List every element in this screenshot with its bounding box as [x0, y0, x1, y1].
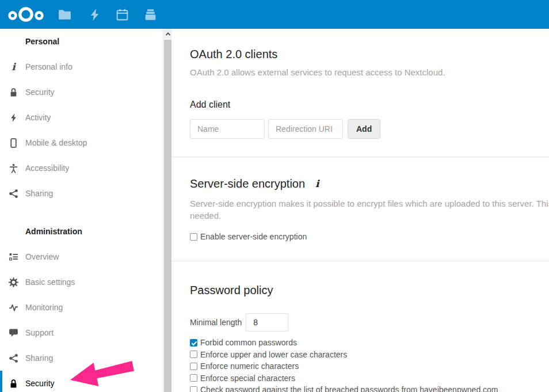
oauth-section: OAuth 2.0 clients OAuth 2.0 allows exter…	[190, 46, 549, 139]
sidebar-item-label: Sharing	[0, 353, 53, 363]
pulse-icon	[9, 303, 18, 313]
encryption-description: Server-side encryption makes it possible…	[190, 197, 549, 222]
sidebar-item-personal-info[interactable]: i Personal info	[0, 54, 163, 79]
info-icon[interactable]: i	[315, 178, 319, 189]
settings-sidebar: Personal i Personal info Security Activi…	[0, 29, 163, 392]
add-client-heading: Add client	[190, 99, 549, 111]
password-policy-title: Password policy	[190, 282, 549, 298]
checkbox-label: Enforce numeric characters	[200, 361, 299, 371]
encryption-section: Server-side encryption i Server-side enc…	[190, 176, 549, 243]
sidebar-item-label: Sharing	[0, 189, 53, 198]
settings-content: OAuth 2.0 clients OAuth 2.0 allows exter…	[171, 29, 549, 392]
sidebar-item-monitoring[interactable]: Monitoring	[0, 295, 163, 320]
lock-icon	[9, 87, 18, 97]
checkbox-icon[interactable]	[190, 374, 197, 382]
minimal-length-label: Minimal length	[190, 318, 242, 327]
add-client-button[interactable]: Add	[348, 119, 380, 139]
sidebar-scrollbar[interactable]	[163, 29, 171, 392]
redirection-uri-input[interactable]	[268, 119, 343, 139]
calendar-icon[interactable]	[115, 7, 129, 22]
phone-icon	[9, 138, 18, 148]
sidebar-item-activity[interactable]: Activity	[0, 105, 163, 130]
encryption-description-line1: Server-side encryption makes it possible…	[190, 197, 549, 210]
share-icon	[9, 353, 18, 363]
forbid-common-passwords-checkbox[interactable]: Forbid common passwords	[190, 337, 549, 349]
checkbox-icon[interactable]	[190, 351, 197, 358]
enforce-numeric-checkbox[interactable]: Enforce numeric characters	[190, 360, 549, 372]
sidebar-section-administration: Administration	[0, 219, 163, 244]
oauth-description: OAuth 2.0 allows external services to re…	[190, 67, 549, 78]
password-policy-checkboxes: Forbid common passwords Enforce upper an…	[190, 337, 549, 392]
bolt-icon	[9, 113, 18, 123]
checkbox-icon[interactable]	[190, 386, 197, 392]
add-client-form: Add	[190, 119, 549, 139]
activity-bolt-icon[interactable]	[87, 7, 102, 22]
nextcloud-logo-icon[interactable]	[7, 5, 45, 24]
sidebar-item-security-admin[interactable]: Security	[0, 371, 163, 392]
checkbox-icon[interactable]	[190, 233, 197, 241]
sidebar-item-basic-settings[interactable]: Basic settings	[0, 269, 163, 295]
enforce-special-checkbox[interactable]: Enforce special characters	[190, 372, 549, 385]
sidebar-item-label: Support	[0, 328, 54, 337]
nextcloud-settings-window: Personal i Personal info Security Activi…	[0, 0, 549, 392]
gear-icon	[9, 277, 18, 287]
scrollbar-up-button[interactable]	[163, 29, 172, 39]
checkbox-icon[interactable]	[190, 339, 197, 347]
share-icon	[9, 189, 18, 199]
checkbox-label: Forbid common passwords	[200, 338, 297, 347]
section-divider	[171, 157, 549, 157]
sidebar-item-overview[interactable]: Overview	[0, 244, 163, 269]
list-icon	[9, 252, 18, 262]
checkbox-label: Enforce upper and lower case characters	[200, 350, 347, 359]
sidebar-item-sharing-personal[interactable]: Sharing	[0, 181, 163, 206]
checkbox-label: Enable server-side encryption	[200, 232, 307, 241]
chevron-up-icon	[165, 32, 170, 37]
sidebar-section-personal: Personal	[0, 29, 163, 54]
checkbox-label: Enforce special characters	[200, 374, 295, 383]
client-name-input[interactable]	[190, 119, 265, 139]
sidebar-item-mobile-desktop[interactable]: Mobile & desktop	[0, 130, 163, 155]
top-navigation-bar	[0, 0, 549, 29]
accessibility-icon	[9, 163, 18, 173]
sidebar-item-security-personal[interactable]: Security	[0, 79, 163, 105]
sidebar-item-label: Activity	[0, 113, 51, 122]
lock-icon	[9, 379, 18, 389]
sidebar-item-support[interactable]: Support	[0, 320, 163, 345]
enforce-upper-lower-checkbox[interactable]: Enforce upper and lower case characters	[190, 349, 549, 361]
speech-bubble-icon	[9, 328, 18, 338]
sidebar-item-sharing-admin[interactable]: Sharing	[0, 345, 163, 371]
check-haveibeenpwned-checkbox[interactable]: Check password against the list of breac…	[190, 384, 549, 392]
deck-stack-icon[interactable]	[143, 7, 158, 22]
encryption-description-line2: needed.	[190, 210, 549, 222]
info-icon: i	[9, 62, 18, 72]
checkbox-icon[interactable]	[190, 363, 197, 370]
password-policy-section: Password policy Minimal length Forbid co…	[190, 282, 549, 392]
oauth-title: OAuth 2.0 clients	[190, 46, 549, 62]
encryption-title: Server-side encryption	[190, 176, 305, 192]
minimal-length-row: Minimal length	[190, 313, 549, 332]
enable-encryption-checkbox[interactable]: Enable server-side encryption	[190, 230, 549, 243]
files-folder-icon[interactable]	[58, 7, 72, 22]
section-divider	[171, 261, 549, 261]
minimal-length-input[interactable]	[246, 313, 288, 332]
scrollbar-thumb[interactable]	[164, 40, 171, 392]
sidebar-item-accessibility[interactable]: Accessibility	[0, 155, 163, 181]
checkbox-label: Check password against the list of breac…	[200, 385, 498, 392]
